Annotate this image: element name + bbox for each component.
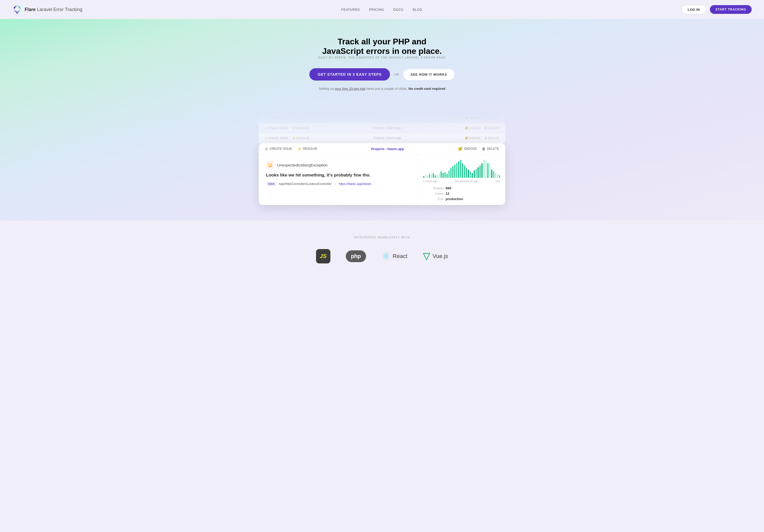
flare-logo-icon [12, 5, 22, 14]
nav-pricing[interactable]: PRICING [369, 8, 384, 12]
bar-26 [474, 170, 475, 178]
bar-5 [433, 173, 434, 178]
env-value: production [446, 197, 500, 201]
hero-subtitle: BUILT BY SPATIE, THE CREATORS OF THE DEF… [5, 56, 759, 59]
demo-card: ⊙ CREATE ISSUE ⚡ RESOLVE Projects › tita… [259, 143, 505, 205]
hero-note: Setting up your free 10-day trial takes … [5, 87, 759, 90]
svg-marker-2 [14, 10, 17, 14]
bar-27 [476, 169, 477, 178]
ghost-row-3: ⊙ CREATE ISSUE ⚡ RESOLVE Projects › tita… [259, 133, 505, 143]
login-button[interactable]: LOG IN [681, 5, 706, 14]
svg-marker-3 [17, 10, 21, 14]
nav-actions: LOG IN START TRACKING [681, 5, 752, 14]
resolve-icon: ⚡ [297, 147, 301, 151]
free-trial-link[interactable]: your free 10-day trial [335, 87, 365, 90]
brand-name: Flare Laravel Error Tracking [25, 7, 83, 12]
js-badge-icon: JS [316, 249, 330, 263]
chart-label-left: 1 month ago [423, 180, 438, 183]
breadcrumb-project[interactable]: titanic.app [387, 147, 404, 151]
start-tracking-button[interactable]: START TRACKING [710, 5, 752, 14]
error-frequency-chart [423, 160, 500, 178]
bar-16 [454, 165, 456, 178]
exception-details: 🔱 UnexpectedIcebergException Looks like … [259, 155, 418, 205]
hero-section: Track all your PHP and JavaScript errors… [0, 19, 764, 220]
hero-headline: Track all your PHP and JavaScript errors… [5, 37, 759, 56]
navbar: Flare Laravel Error Tracking FEATURES PR… [0, 0, 764, 19]
chart-labels: 1 month ago last received 1h ago now [423, 180, 500, 183]
bar-36 [493, 171, 494, 178]
route-controller: App\Http\Controllers\LookoutController [279, 182, 332, 186]
bar-29 [479, 166, 481, 178]
bar-37 [495, 173, 496, 178]
bar-18 [458, 161, 459, 178]
bar-15 [452, 166, 454, 178]
demo-stack: ⊙ CREATE ISSUE ⚡ RESOLVE Projects › tita… [259, 113, 505, 220]
bar-22 [466, 168, 467, 178]
see-how-button[interactable]: SEE HOW IT WORKS [403, 69, 455, 80]
bar-0 [423, 176, 424, 178]
integration-php: php [346, 250, 366, 262]
delete-button[interactable]: 🗑 DELETE [482, 147, 499, 151]
demo-toolbar: ⊙ CREATE ISSUE ⚡ RESOLVE Projects › tita… [259, 143, 505, 155]
vue-logo-icon: ▽ [423, 251, 430, 262]
bar-17 [456, 163, 458, 178]
delete-icon: 🗑 [482, 147, 485, 151]
events-label: Events [423, 186, 444, 190]
create-issue-icon: ⊙ [265, 147, 268, 151]
bar-25 [472, 173, 473, 178]
bar-20 [462, 163, 464, 178]
bar-32 [485, 161, 487, 178]
users-value: 12 [446, 192, 500, 196]
resolve-button[interactable]: ⚡ RESOLVE [297, 147, 317, 151]
hero-buttons: GET STARTED IN 3 EASY STEPS OR SEE HOW I… [5, 68, 759, 80]
bar-7 [437, 175, 438, 178]
react-atom-icon: ⚛ [381, 251, 390, 262]
nav-features[interactable]: FEATURES [341, 8, 360, 12]
exception-header: 🔱 UnexpectedIcebergException [266, 161, 411, 169]
exception-stats: 1 month ago last received 1h ago now Eve… [418, 155, 505, 205]
bar-19 [460, 160, 461, 178]
nav-docs[interactable]: DOCS [393, 8, 404, 12]
snooze-label: SNOOZE [464, 147, 477, 151]
delete-label: DELETE [487, 147, 499, 151]
integrations-section: INTEGRATES SEAMLESSLY WITH JS php ⚛ Reac… [0, 220, 764, 279]
ghost-row-2: ⊙ CREATE ISSUE ⚡ RESOLVE Projects › tita… [259, 123, 505, 133]
bar-24 [470, 171, 471, 178]
bar-13 [449, 170, 450, 178]
bar-23 [468, 170, 469, 178]
nav-links: FEATURES PRICING DOCS BLOG [341, 7, 422, 12]
env-label: Env [423, 197, 444, 201]
toolbar-right: 😴 SNOOZE 🗑 DELETE [458, 147, 499, 151]
bar-14 [450, 168, 452, 178]
svg-marker-0 [17, 5, 21, 10]
ghost-row-1: ⊙ CREATE ISSUE ⚡ RESOLVE Projects › tita… [259, 113, 505, 123]
bar-2 [427, 175, 428, 178]
logo: Flare Laravel Error Tracking [12, 5, 83, 14]
stats-grid: Events 660 Users 12 Env production [423, 186, 500, 201]
integration-vue: ▽ Vue.js [423, 251, 448, 262]
exception-route: WEB App\Http\Controllers\LookoutControll… [266, 182, 411, 186]
get-started-button[interactable]: GET STARTED IN 3 EASY STEPS [309, 68, 390, 80]
create-issue-button[interactable]: ⊙ CREATE ISSUE [265, 147, 292, 151]
users-label: Users [423, 192, 444, 196]
route-url[interactable]: https://titanic.app/steam [339, 182, 371, 186]
bar-34 [489, 166, 490, 178]
exception-type-icon: 🔱 [266, 161, 274, 169]
toolbar-left: ⊙ CREATE ISSUE ⚡ RESOLVE [265, 147, 317, 151]
nav-blog[interactable]: BLOG [413, 8, 422, 12]
bar-35 [491, 170, 492, 178]
snooze-icon: 😴 [458, 147, 462, 151]
snooze-button[interactable]: 😴 SNOOZE [458, 147, 477, 151]
integration-js: JS [316, 249, 330, 263]
chart-label-mid: last received 1h ago [455, 180, 478, 183]
svg-marker-1 [14, 5, 17, 10]
bar-9 [441, 171, 442, 178]
resolve-label: RESOLVE [303, 147, 317, 151]
bar-11 [444, 172, 446, 178]
integrations-logos: JS php ⚛ React ▽ Vue.js [5, 249, 759, 263]
bar-31 [483, 160, 485, 178]
integration-react: ⚛ React [381, 251, 407, 262]
bar-4 [431, 175, 432, 178]
route-arrow: → [334, 182, 337, 186]
hero-or: OR [394, 72, 399, 76]
